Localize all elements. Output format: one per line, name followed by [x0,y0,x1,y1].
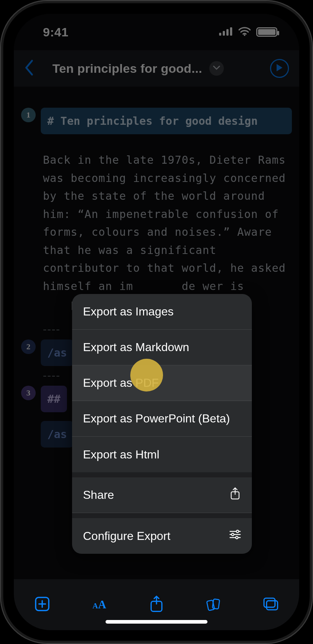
page-title: Ten principles for good... [52,61,202,76]
asset-block[interactable]: /as [41,339,74,366]
gallery-button[interactable] [262,595,280,614]
add-button[interactable] [33,595,51,614]
svg-point-10 [231,533,234,536]
theme-button[interactable] [205,595,222,614]
heading-block[interactable]: # Ten principles for good design [41,108,292,134]
menu-configure-export[interactable]: Configure Export [72,518,252,554]
menu-export-powerpoint[interactable]: Export as PowerPoint (Beta) [72,401,252,437]
menu-share[interactable]: Share [72,477,252,513]
asset-block[interactable]: /as [41,421,74,448]
svg-point-4 [244,34,245,36]
slide-marker-2[interactable]: 2 [21,339,36,354]
slide-marker-1[interactable]: 1 [21,108,36,122]
cellular-icon [219,27,233,37]
svg-rect-1 [223,31,225,36]
menu-export-images[interactable]: Export as Images [72,294,252,330]
text-format-button[interactable]: AA [91,595,108,614]
menu-separator [72,513,252,518]
play-button[interactable] [270,59,289,78]
menu-item-label: Configure Export [83,529,170,543]
menu-item-label: Export as Html [83,448,159,461]
chevron-down-icon [213,65,220,72]
heading2-block[interactable]: ## [41,386,67,412]
menu-item-label: Share [83,488,114,502]
nav-bar: Ten principles for good... [14,50,299,87]
svg-rect-19 [266,601,277,610]
battery-icon [256,27,277,37]
share-icon [229,487,241,503]
svg-rect-2 [226,29,229,36]
svg-point-9 [236,530,239,533]
svg-rect-3 [230,27,232,36]
play-icon [276,64,283,73]
svg-rect-18 [264,598,275,607]
svg-text:A: A [98,599,107,611]
sliders-icon [229,528,241,544]
menu-export-markdown[interactable]: Export as Markdown [72,330,252,365]
menu-item-label: Export as Images [83,305,174,318]
share-button[interactable] [148,595,165,614]
status-time: 9:41 [43,25,68,39]
title-dropdown[interactable] [209,61,224,76]
slide-marker-3[interactable]: 3 [21,386,36,400]
status-bar: 9:41 [14,14,299,50]
svg-rect-0 [219,33,221,36]
svg-rect-17 [212,599,219,609]
back-button[interactable] [24,59,34,77]
menu-item-label: Export as Markdown [83,341,189,354]
svg-point-11 [235,536,238,539]
menu-separator [72,472,252,477]
touch-indicator [130,359,163,391]
svg-text:A: A [92,602,98,610]
export-menu: Export as Images Export as Markdown Expo… [72,294,252,554]
wifi-icon [238,27,251,37]
menu-export-html[interactable]: Export as Html [72,437,252,472]
home-indicator[interactable] [106,620,207,624]
menu-item-label: Export as PowerPoint (Beta) [83,412,230,425]
